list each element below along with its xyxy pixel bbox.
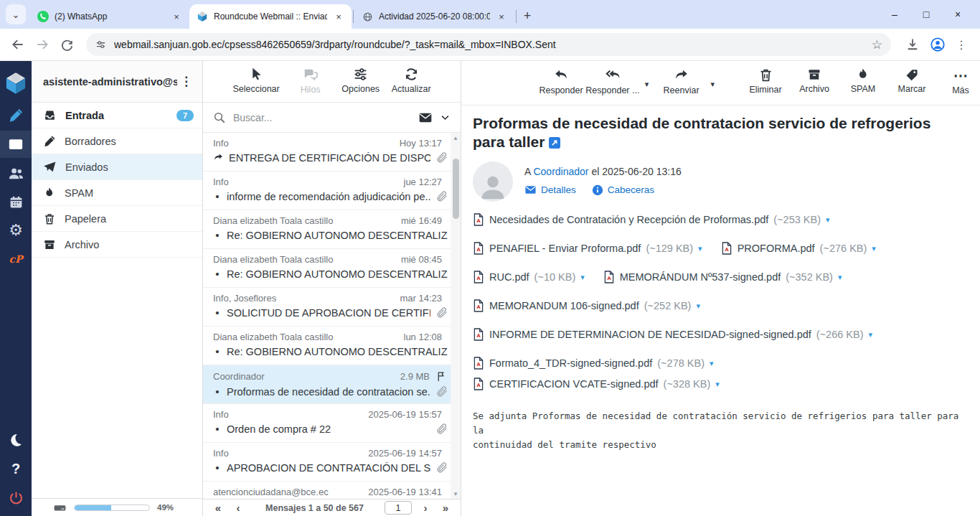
forward-button[interactable]: Reenviar xyxy=(662,67,701,95)
attachment-name[interactable]: CERTIFICACION VCATE-signed.pdf xyxy=(489,378,659,390)
attachment-item[interactable]: INFORME DE DETERMINACION DE NECESIDAD-si… xyxy=(473,328,872,341)
downloads-icon[interactable] xyxy=(905,37,920,52)
folder-papelera[interactable]: Papelera xyxy=(32,206,202,232)
folder-spam[interactable]: SPAM xyxy=(32,180,202,206)
spam-button[interactable]: SPAM xyxy=(844,67,882,94)
mail-nav-button[interactable] xyxy=(0,131,32,158)
archive-button[interactable]: Archivo xyxy=(795,67,834,94)
external-link-icon[interactable] xyxy=(549,137,560,149)
contacts-nav-button[interactable] xyxy=(0,159,32,187)
reply-all-button[interactable]: Responder ... xyxy=(590,67,635,95)
attachment-name[interactable]: RUC.pdf xyxy=(489,271,529,283)
message-row[interactable]: Info2025-06-19 14:57 •APROBACION DE CONT… xyxy=(203,443,451,482)
message-row[interactable]: Info, Josefloresmar 14:23 •SOLICITUD DE … xyxy=(203,288,451,327)
message-row[interactable]: InfoHoy 13:17 ENTREGA DE CERTIFICACIÓN D… xyxy=(203,133,451,172)
browser-menu-icon[interactable]: ⋮ xyxy=(956,38,967,52)
attachment-menu-icon[interactable]: ▾ xyxy=(715,380,720,389)
attachment-item[interactable]: MEMORÁNDUM Nº537-signed.pdf (~352 KB) ▾ xyxy=(603,271,842,283)
message-row-selected[interactable]: Coordinador2.9 MB •Proformas de necesida… xyxy=(203,365,461,404)
attachment-name[interactable]: PROFORMA.pdf xyxy=(738,243,815,254)
folder-borradores[interactable]: Borradores xyxy=(32,128,202,154)
tab-close-icon[interactable]: × xyxy=(171,11,182,22)
headers-link[interactable]: Cabeceras xyxy=(592,184,654,196)
attachment-name[interactable]: Necesidades de Contratación y Recepción … xyxy=(489,214,768,225)
list-scrollbar[interactable]: ▲ ▼ xyxy=(451,133,461,499)
reply-button[interactable]: Responder xyxy=(542,67,580,95)
attachment-menu-icon[interactable]: ▾ xyxy=(710,359,714,368)
help-button[interactable]: ? xyxy=(0,455,32,482)
message-row[interactable]: Diana elizabeth Toala castillomié 08:45 … xyxy=(203,249,451,288)
flag-icon[interactable] xyxy=(435,370,448,383)
attachment-menu-icon[interactable]: ▾ xyxy=(696,301,700,311)
scroll-down-icon[interactable]: ▼ xyxy=(453,489,458,499)
details-link[interactable]: Detalles xyxy=(524,184,576,196)
cpanel-nav-button[interactable]: cP xyxy=(0,245,32,273)
search-input[interactable] xyxy=(233,112,411,123)
message-row[interactable]: Info2025-06-19 15:57 •Orden de compra # … xyxy=(203,404,451,443)
scrollbar-thumb[interactable] xyxy=(453,159,459,219)
account-header[interactable]: asistente-administrativo@sa... ⋮ xyxy=(32,61,202,103)
delete-button[interactable]: Eliminar xyxy=(746,67,785,95)
message-row[interactable]: atencionciudadana@bce.ec2025-06-19 13:41 xyxy=(203,482,451,499)
select-button[interactable]: Seleccionar xyxy=(232,67,279,94)
options-button[interactable]: Opciones xyxy=(341,67,380,94)
reply-all-dropdown-icon[interactable]: ▾ xyxy=(645,80,652,89)
recipient-link[interactable]: Coordinador xyxy=(533,166,588,177)
prev-page-button[interactable]: ‹ xyxy=(232,502,245,514)
tab-close-icon[interactable]: × xyxy=(496,11,507,22)
calendar-nav-button[interactable] xyxy=(0,188,32,215)
page-number-input[interactable] xyxy=(385,501,412,515)
attachment-menu-icon[interactable]: ▾ xyxy=(826,215,830,225)
attachment-item[interactable]: RUC.pdf (~10 KB) ▾ xyxy=(473,271,585,283)
close-window-button[interactable]: × xyxy=(947,9,969,20)
tab-close-icon[interactable]: × xyxy=(333,11,344,22)
attachment-name[interactable]: MEMORANDUM 106-signed.pdf xyxy=(489,300,639,311)
attachment-menu-icon[interactable]: ▾ xyxy=(872,244,876,253)
attachment-item[interactable]: MEMORANDUM 106-signed.pdf (~252 KB) ▾ xyxy=(473,299,700,312)
tab-roundcube[interactable]: Roundcube Webmail :: Enviados × xyxy=(189,4,352,29)
new-tab-button[interactable]: + xyxy=(518,6,537,25)
search-options-chevron-icon[interactable] xyxy=(440,112,451,123)
last-page-button[interactable]: » xyxy=(439,502,452,514)
tab-actividad[interactable]: Actividad 2025-06-20 08:00:00 | × xyxy=(355,4,514,29)
forward-button[interactable] xyxy=(32,34,53,55)
attachment-item[interactable]: Necesidades de Contratación y Recepción … xyxy=(473,213,830,226)
mark-button[interactable]: Marcar xyxy=(892,67,931,94)
scroll-up-icon[interactable]: ▲ xyxy=(453,133,458,143)
more-button[interactable]: ⋯ Más xyxy=(941,67,980,95)
attachment-item[interactable]: PROFORMA.pdf (~276 KB) ▾ xyxy=(721,242,876,255)
settings-nav-button[interactable]: ⚙ xyxy=(0,217,32,244)
threads-button[interactable]: Hilos xyxy=(291,67,330,95)
message-row[interactable]: Diana elizabeth Toala castillolun 12:08 … xyxy=(203,327,451,365)
folder-archivo[interactable]: Archivo xyxy=(32,232,202,258)
attachment-menu-icon[interactable]: ▾ xyxy=(838,273,842,282)
url-text[interactable]: webmail.sanjuan.gob.ec/cpsess8462650659/… xyxy=(114,39,864,50)
attachment-name[interactable]: PENAFIEL - Enviar Proforma.pdf xyxy=(489,243,641,254)
dark-mode-button[interactable] xyxy=(0,426,32,454)
attachment-name[interactable]: Formato_4_TDR-signed-signed.pdf xyxy=(489,357,652,369)
minimize-button[interactable]: – xyxy=(884,9,905,20)
attachment-menu-icon[interactable]: ▾ xyxy=(869,330,873,339)
folder-entrada[interactable]: Entrada 7 xyxy=(32,103,202,128)
tab-search-button[interactable]: ⌄ xyxy=(6,4,26,24)
attachment-menu-icon[interactable]: ▾ xyxy=(698,244,702,253)
next-page-button[interactable]: › xyxy=(419,502,432,514)
compose-button[interactable] xyxy=(0,102,32,129)
tab-whatsapp[interactable]: (2) WhatsApp × xyxy=(30,4,189,29)
attachment-item[interactable]: PENAFIEL - Enviar Proforma.pdf (~129 KB)… xyxy=(473,242,702,255)
account-menu-icon[interactable]: ⋮ xyxy=(177,74,195,89)
attachment-item[interactable]: CERTIFICACION VCATE-signed.pdf (~328 KB)… xyxy=(473,377,720,390)
maximize-button[interactable]: □ xyxy=(915,9,937,20)
profile-avatar-icon[interactable] xyxy=(930,37,946,52)
message-row[interactable]: Diana elizabeth Toala castillomié 16:49 … xyxy=(203,210,451,249)
refresh-button[interactable]: Actualizar xyxy=(392,67,431,94)
attachment-name[interactable]: MEMORÁNDUM Nº537-signed.pdf xyxy=(620,271,781,283)
site-settings-icon[interactable] xyxy=(95,39,107,51)
search-scope-mail-icon[interactable] xyxy=(418,111,433,125)
attachment-name[interactable]: INFORME DE DETERMINACION DE NECESIDAD-si… xyxy=(489,329,811,340)
attachment-menu-icon[interactable]: ▾ xyxy=(580,273,585,282)
folder-enviados[interactable]: Enviados xyxy=(32,154,202,180)
message-row[interactable]: Infojue 12:27 •informe de recomendación … xyxy=(203,172,451,210)
first-page-button[interactable]: « xyxy=(212,502,225,514)
back-button[interactable] xyxy=(7,34,29,55)
